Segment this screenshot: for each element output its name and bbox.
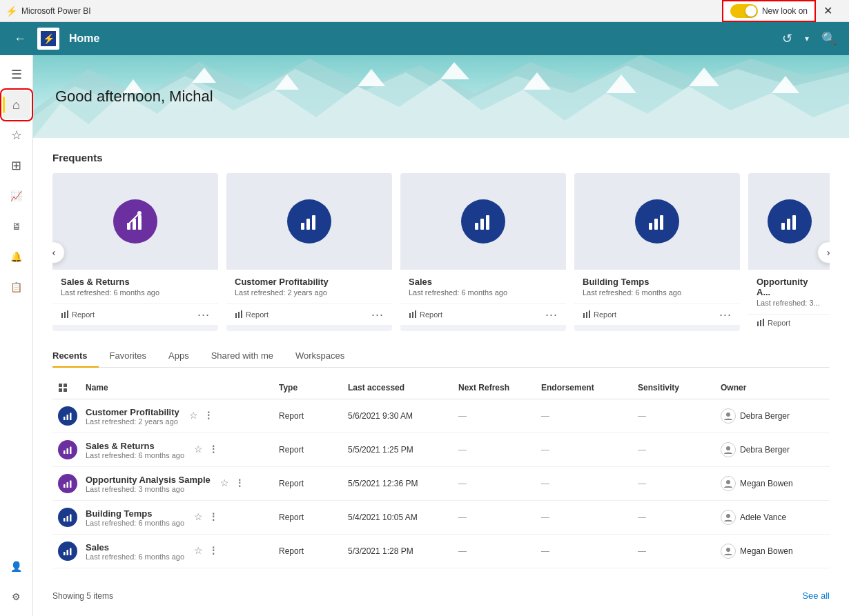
row-more-button[interactable]: ⋮ (207, 442, 220, 456)
row-last-accessed: 5/5/2021 12:36 PM (342, 479, 453, 488)
row-more-button[interactable]: ⋮ (207, 544, 220, 557)
title-bar: ⚡ Microsoft Power BI New look on — ☐ ✕ (0, 0, 849, 22)
sidebar-item-monitor[interactable]: 🖥 (3, 212, 30, 240)
row-next-refresh: — (453, 546, 536, 556)
tab-recents[interactable]: Recents (52, 345, 99, 368)
tab-shared[interactable]: Shared with me (200, 345, 284, 368)
alerts-icon: 🔔 (10, 251, 22, 262)
content-area: Good afternoon, Michal Frequents (33, 55, 849, 616)
card-footer-0: Report ··· (52, 304, 218, 325)
nav-back-button[interactable]: ← (8, 29, 32, 49)
svg-rect-63 (67, 516, 69, 521)
row-sub: Last refreshed: 2 years ago (86, 417, 179, 426)
row-name: Sales & Returns (86, 441, 184, 451)
owner-avatar (721, 476, 736, 491)
sidebar-item-apps[interactable]: ⊞ (3, 152, 30, 179)
frequent-card-2[interactable]: Sales Last refreshed: 6 months ago Repor… (400, 173, 566, 331)
row-favorite-button[interactable]: ☆ (193, 544, 204, 557)
sidebar-item-alerts[interactable]: 🔔 (3, 243, 30, 270)
frequent-card-3[interactable]: Building Temps Last refreshed: 6 months … (574, 173, 740, 331)
owner-name: Megan Bowen (740, 479, 793, 488)
row-sub: Last refreshed: 6 months ago (86, 519, 184, 527)
sidebar-item-settings[interactable]: ⚙ (3, 583, 30, 610)
card-more-0[interactable]: ··· (197, 308, 210, 321)
refresh-dropdown[interactable]: ▾ (801, 31, 813, 46)
hero-greeting: Good afternoon, Michal (55, 88, 213, 106)
row-favorite-button[interactable]: ☆ (193, 510, 204, 524)
svg-rect-45 (763, 319, 764, 326)
search-button[interactable]: 🔍 (817, 28, 841, 49)
row-more-button[interactable]: ⋮ (207, 510, 220, 524)
row-icon (58, 508, 77, 527)
frequent-card-0[interactable]: Sales & Returns Last refreshed: 6 months… (52, 173, 218, 331)
row-more-button[interactable]: ⋮ (233, 476, 246, 490)
svg-point-65 (726, 514, 730, 518)
row-last-accessed: 5/3/2021 1:28 PM (342, 546, 453, 556)
row-name-cell: Sales Last refreshed: 6 months ago ☆ ⋮ (80, 542, 273, 561)
row-icon-cell (52, 440, 80, 459)
row-favorite-button[interactable]: ☆ (188, 408, 199, 422)
svg-rect-41 (787, 219, 790, 230)
card-type-2: Report (409, 310, 442, 319)
card-name-2: Sales (409, 277, 558, 287)
nav-bar: ← ⚡ Home ↺ ▾ 🔍 (0, 22, 849, 55)
card-footer-2: Report ··· (400, 304, 566, 325)
tab-apps[interactable]: Apps (157, 345, 200, 368)
row-favorite-button[interactable]: ☆ (219, 476, 231, 490)
svg-point-53 (726, 413, 730, 417)
sidebar-item-home[interactable]: ⌂ (3, 91, 30, 119)
card-icon-3 (635, 199, 679, 244)
new-look-toggle[interactable] (730, 4, 758, 18)
svg-rect-43 (757, 321, 759, 326)
card-more-3[interactable]: ··· (719, 308, 732, 321)
menu-icon: ☰ (11, 67, 22, 82)
svg-rect-31 (409, 313, 411, 318)
monitor-icon: 🖥 (12, 221, 21, 232)
row-name-cell: Building Temps Last refreshed: 6 months … (80, 508, 273, 527)
row-owner-cell: Debra Berger (715, 408, 830, 424)
sidebar-item-favorites[interactable]: ☆ (3, 121, 30, 149)
row-favorite-button[interactable]: ☆ (193, 442, 204, 456)
row-type: Report (273, 546, 342, 556)
table-row[interactable]: Building Temps Last refreshed: 6 months … (52, 501, 830, 535)
row-endorsement: — (536, 445, 632, 455)
account-icon: 👤 (10, 561, 22, 572)
recents-tabs: Recents Favorites Apps Shared with me Wo… (52, 345, 830, 368)
card-icon-2 (461, 199, 505, 244)
recents-table: Name Type Last accessed Next Refresh End… (52, 379, 830, 568)
svg-rect-26 (238, 312, 240, 318)
tab-workspaces[interactable]: Workspaces (284, 345, 355, 368)
tab-favorites[interactable]: Favorites (99, 345, 157, 368)
row-owner-cell: Debra Berger (715, 442, 830, 457)
refresh-button[interactable]: ↺ (778, 28, 797, 49)
new-look-toggle-container[interactable]: New look on (730, 4, 808, 18)
svg-rect-52 (70, 413, 72, 421)
card-footer-4: Report (748, 314, 830, 331)
svg-rect-62 (64, 518, 66, 521)
table-row[interactable]: Sales Last refreshed: 6 months ago ☆ ⋮ R… (52, 535, 830, 568)
sidebar-item-metrics[interactable]: 📈 (3, 182, 30, 210)
svg-rect-20 (64, 312, 66, 318)
card-meta-3: Last refreshed: 6 months ago (583, 288, 732, 297)
card-more-2[interactable]: ··· (545, 308, 558, 321)
row-sensitivity: — (632, 546, 715, 556)
sidebar-item-workspaces[interactable]: 📋 (3, 273, 30, 301)
row-next-refresh: — (453, 513, 536, 522)
home-icon: ⌂ (12, 98, 20, 112)
close-button[interactable]: ✕ (812, 0, 843, 22)
table-row[interactable]: Sales & Returns Last refreshed: 6 months… (52, 433, 830, 467)
sidebar-item-account[interactable]: 👤 (3, 553, 30, 580)
frequent-card-1[interactable]: Customer Profitability Last refreshed: 2… (226, 173, 392, 331)
table-header: Name Type Last accessed Next Refresh End… (52, 379, 830, 399)
row-icon (58, 474, 77, 493)
svg-point-69 (726, 548, 730, 552)
row-more-button[interactable]: ⋮ (202, 408, 215, 422)
table-row[interactable]: Opportunity Analysis Sample Last refresh… (52, 467, 830, 501)
row-endorsement: — (536, 513, 632, 522)
see-all-link[interactable]: See all (802, 590, 830, 601)
svg-text:⚡: ⚡ (43, 33, 55, 45)
table-row[interactable]: Customer Profitability Last refreshed: 2… (52, 399, 830, 433)
card-more-1[interactable]: ··· (371, 308, 384, 321)
svg-rect-29 (480, 219, 484, 230)
sidebar-item-menu[interactable]: ☰ (3, 61, 30, 88)
